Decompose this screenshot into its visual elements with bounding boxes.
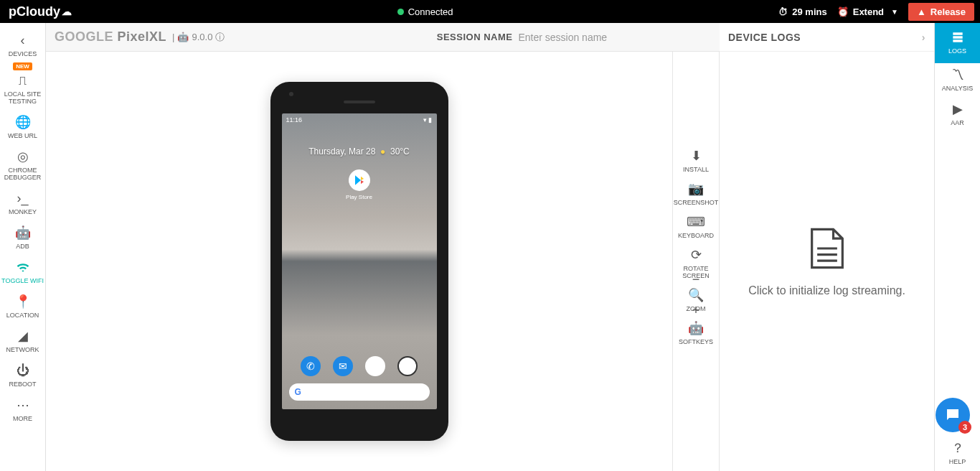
messages-app-icon[interactable]: ✉ (333, 356, 353, 376)
local-site-label: LOCAL SITE TESTING (0, 90, 45, 105)
tool-keyboard[interactable]: ⌨ KEYBOARD (673, 211, 719, 244)
device-stage: 11:16 ▾ ▮ Thursday, Mar 28 ● 30°C Play S… (46, 52, 673, 471)
tab-help[interactable]: ？ HELP (935, 437, 980, 471)
softkeys-label: SOFTKEYS (679, 338, 713, 345)
tool-screenshot[interactable]: 📷 SCREENSHOT (673, 178, 719, 211)
install-label: INSTALL (683, 166, 709, 173)
usb-icon: ⎍ (16, 73, 30, 88)
tab-aar-label: AAR (951, 119, 964, 126)
logs-panel: DEVICE LOGS › Click to initialize log st… (719, 52, 934, 471)
reboot-label: REBOOT (9, 381, 36, 388)
play-store-icon[interactable] (349, 169, 370, 191)
android-softkeys-icon: 🤖 (689, 321, 703, 335)
topbar: pCloudy ☁ Connected ⏱ 29 mins ⏰ Extend ▼… (0, 0, 980, 23)
sidebar-item-adb[interactable]: 🤖 ADB (0, 221, 45, 256)
monkey-label: MONKEY (9, 208, 37, 215)
sidebar-item-network[interactable]: ◢ NETWORK (0, 325, 45, 359)
globe-icon: 🌐 (16, 115, 30, 129)
chat-icon (944, 406, 961, 424)
tool-install[interactable]: ⬇ INSTALL (673, 145, 719, 178)
camera-dot (289, 92, 293, 96)
alarm-icon: ⏰ (837, 6, 849, 17)
chevron-down-icon: ▼ (891, 8, 898, 16)
main-area: 11:16 ▾ ▮ Thursday, Mar 28 ● 30°C Play S… (46, 52, 934, 471)
chrome-icon: ◎ (16, 149, 30, 164)
zoom-label: ZOOM (687, 305, 706, 312)
device-frame: 11:16 ▾ ▮ Thursday, Mar 28 ● 30°C Play S… (270, 82, 448, 441)
tab-aar[interactable]: ▶ AAR (935, 98, 980, 132)
speaker-grill (344, 101, 375, 103)
camera-app-icon[interactable]: ◉ (397, 356, 418, 376)
more-icon: ⋯ (16, 398, 30, 412)
screenshot-label: SCREENSHOT (674, 199, 719, 206)
tab-help-label: HELP (949, 458, 966, 465)
sidebar-item-devices[interactable]: ‹ DEVICES (0, 29, 45, 63)
release-button[interactable]: ▲ Release (908, 3, 974, 21)
assistant-icon: ⋮⋮ (410, 388, 424, 396)
cloud-icon: ☁ (62, 6, 72, 17)
phone-temp: 30°C (390, 146, 410, 157)
device-model: PixelXL (118, 29, 167, 44)
logs-empty-state[interactable]: Click to initialize log streaming. (720, 52, 934, 471)
phone-app-icon[interactable]: ✆ (301, 356, 321, 376)
new-badge: NEW (13, 62, 32, 70)
sidebar-item-toggle-wifi[interactable]: TOGGLE WIFI (0, 256, 45, 290)
sidebar-item-local-site[interactable]: NEW ⎍ LOCAL SITE TESTING (0, 63, 45, 111)
google-g-icon: G (295, 387, 301, 397)
camera-icon: 📷 (689, 182, 703, 196)
phone-statusbar: 11:16 ▾ ▮ (282, 113, 437, 126)
android-icon: 🤖 (16, 225, 30, 240)
sidebar-item-more[interactable]: ⋯ MORE (0, 393, 45, 428)
logs-empty-text: Click to initialize log streaming. (748, 284, 905, 297)
adb-label: ADB (16, 243, 29, 250)
sun-icon: ● (380, 146, 385, 157)
phone-search-bar[interactable]: G ⋮⋮ (289, 383, 430, 401)
tab-analysis-label: ANALYSIS (942, 85, 973, 92)
play-store-label: Play Store (282, 194, 437, 200)
left-sidebar: ‹ DEVICES NEW ⎍ LOCAL SITE TESTING 🌐 WEB… (0, 23, 46, 471)
device-tools: ⬇ INSTALL 📷 SCREENSHOT ⌨ KEYBOARD ⟳ ROTA… (673, 52, 719, 471)
power-icon: ⏻ (16, 363, 30, 378)
device-manufacturer: GOOGLE (55, 29, 113, 44)
tool-zoom[interactable]: − 🔍 + ZOOM (673, 284, 719, 317)
tab-analysis[interactable]: 〽 ANALYSIS (935, 63, 980, 98)
chrome-app-icon[interactable]: ◐ (365, 356, 385, 376)
play-triangle-icon (354, 174, 365, 186)
sidebar-item-web-url[interactable]: 🌐 WEB URL (0, 111, 45, 145)
play-square-icon: ▶ (951, 102, 965, 116)
extend-button[interactable]: ⏰ Extend ▼ (837, 6, 898, 17)
session-timer: ⏱ 29 mins (778, 6, 826, 17)
zoom-icon: − 🔍 + (689, 288, 703, 302)
session-name-input[interactable]: Enter session name (518, 32, 607, 43)
chat-button[interactable]: 3 (936, 398, 970, 432)
more-label: MORE (13, 415, 32, 422)
connection-status: Connected (72, 6, 778, 17)
stopwatch-icon: ⏱ (778, 6, 788, 17)
os-text: 9.0.0 (192, 32, 212, 42)
network-label: NETWORK (6, 346, 39, 353)
status-text: Connected (408, 6, 453, 17)
sidebar-item-reboot[interactable]: ⏻ REBOOT (0, 359, 45, 393)
analysis-icon: 〽 (951, 67, 965, 82)
rotate-icon: ⟳ (689, 248, 703, 262)
tool-softkeys[interactable]: 🤖 SOFTKEYS (673, 317, 719, 350)
sidebar-item-location[interactable]: 📍 LOCATION (0, 290, 45, 325)
logs-header[interactable]: DEVICE LOGS › (720, 23, 934, 52)
sidebar-item-chrome-debugger[interactable]: ◎ CHROME DEBUGGER (0, 145, 45, 187)
logs-title: DEVICE LOGS (728, 32, 801, 43)
sidebar-item-monkey[interactable]: ›_ MONKEY (0, 187, 45, 221)
device-screen[interactable]: 11:16 ▾ ▮ Thursday, Mar 28 ● 30°C Play S… (282, 113, 437, 409)
timer-value: 29 mins (792, 6, 826, 17)
chat-badge: 3 (958, 421, 971, 434)
chrome-debugger-label: CHROME DEBUGGER (0, 167, 45, 181)
keyboard-label: KEYBOARD (678, 232, 714, 239)
phone-time: 11:16 (286, 116, 303, 123)
download-icon: ⬇ (689, 149, 703, 163)
tab-logs[interactable]: LOGS (935, 23, 980, 63)
status-dot-icon (397, 9, 404, 15)
info-icon[interactable]: ⓘ (215, 31, 225, 44)
chevron-right-icon: › (922, 32, 925, 43)
brand-logo: pCloudy ☁ (9, 4, 72, 19)
os-version: | 🤖 9.0.0 ⓘ (172, 31, 225, 44)
tab-logs-label: LOGS (948, 47, 966, 55)
